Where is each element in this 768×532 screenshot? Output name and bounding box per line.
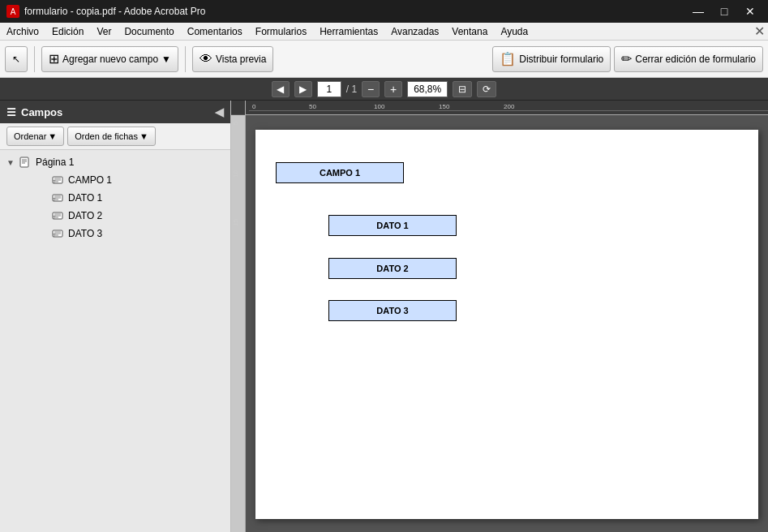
- rotate-button[interactable]: ⟳: [477, 81, 496, 97]
- pointer-icon: ↖: [12, 54, 20, 65]
- page-number-input[interactable]: [317, 81, 341, 97]
- zoom-out-button[interactable]: −: [362, 81, 380, 97]
- main-content: ☰ Campos ◀ Ordenar ▼ Orden de fichas ▼ ▼…: [0, 101, 768, 532]
- close-edit-button[interactable]: ✏ Cerrar edición de formulario: [614, 46, 763, 72]
- tree-page1[interactable]: ▼ Página 1: [0, 153, 230, 171]
- field-icon-0: T: [50, 174, 65, 187]
- sidebar: ☰ Campos ◀ Ordenar ▼ Orden de fichas ▼ ▼…: [0, 101, 231, 532]
- vertical-ruler: 5 10 15: [231, 101, 246, 532]
- sort-button[interactable]: Ordenar ▼: [6, 127, 64, 146]
- app-icon: A: [6, 5, 19, 18]
- campo1-label: CAMPO 1: [320, 168, 360, 178]
- minimize-button[interactable]: —: [687, 0, 710, 23]
- pdf-page: CAMPO 1 DATO 1 DATO 2 DATO 3: [255, 130, 758, 519]
- field-label-2: DATO 2: [68, 210, 102, 221]
- dato3-field[interactable]: DATO 3: [328, 300, 457, 321]
- toolbar-separator-2: [185, 46, 186, 72]
- close-button[interactable]: ✕: [739, 0, 762, 23]
- menu-item-documento[interactable]: Documento: [118, 24, 180, 39]
- title-bar: A formulario - copia.pdf - Adobe Acrobat…: [0, 0, 768, 23]
- field-label-3: DATO 3: [68, 228, 102, 239]
- field-icon-1: T: [50, 191, 65, 204]
- doc-viewport[interactable]: CAMPO 1 DATO 1 DATO 2 DATO 3: [246, 115, 768, 532]
- tree-field-dato-3[interactable]: T DATO 3: [0, 225, 230, 242]
- preview-icon: 👁: [200, 52, 212, 66]
- menu-item-comentarios[interactable]: Comentarios: [181, 24, 249, 39]
- dato1-field[interactable]: DATO 1: [328, 215, 457, 236]
- close-edit-label: Cerrar edición de formulario: [635, 54, 756, 65]
- menu-bar: ArchivoEdiciónVerDocumentoComentariosFor…: [0, 23, 768, 41]
- menu-item-edición[interactable]: Edición: [45, 24, 90, 39]
- svg-text:T: T: [53, 233, 56, 238]
- add-field-label: Agregar nuevo campo: [62, 54, 158, 65]
- pointer-tool-button[interactable]: ↖: [5, 46, 28, 72]
- menu-item-ver[interactable]: Ver: [90, 24, 118, 39]
- sidebar-collapse-button[interactable]: ◀: [215, 105, 224, 118]
- toolbar: ↖ ⊞ Agregar nuevo campo ▼ 👁 Vista previa…: [0, 41, 768, 78]
- page-icon: [18, 156, 32, 169]
- sidebar-icon: ☰: [6, 106, 16, 118]
- tab-order-button[interactable]: Orden de fichas ▼: [67, 127, 156, 146]
- svg-text:T: T: [53, 197, 56, 202]
- page-total: / 1: [346, 84, 357, 95]
- v-ruler-label-10: 10: [232, 170, 239, 178]
- menu-item-ayuda[interactable]: Ayuda: [494, 24, 534, 39]
- tree-field-dato-1[interactable]: T DATO 1: [0, 189, 230, 207]
- maximize-button[interactable]: □: [713, 0, 736, 23]
- zoom-input[interactable]: [407, 81, 448, 97]
- tab-order-label: Orden de fichas: [75, 131, 138, 141]
- menu-item-formularios[interactable]: Formularios: [249, 24, 313, 39]
- preview-button[interactable]: 👁 Vista previa: [192, 46, 273, 72]
- menu-item-ventana[interactable]: Ventana: [445, 24, 494, 39]
- preview-label: Vista previa: [216, 54, 266, 65]
- v-ruler-label-5: 5: [232, 122, 239, 125]
- campo1-field[interactable]: CAMPO 1: [276, 162, 404, 183]
- next-page-button[interactable]: ▶: [294, 81, 312, 97]
- sidebar-tree: ▼ Página 1 T CAMPO 1: [0, 150, 230, 532]
- h-ruler-label-0: 0: [252, 103, 255, 110]
- tree-field-campo-1[interactable]: T CAMPO 1: [0, 171, 230, 189]
- svg-text:T: T: [53, 215, 56, 220]
- v-ruler-label-15: 15: [232, 219, 239, 226]
- distribute-icon: 📋: [500, 51, 516, 66]
- field-label-0: CAMPO 1: [68, 174, 112, 186]
- sidebar-title: Campos: [21, 106, 215, 118]
- tab-order-dropdown-icon: ▼: [139, 131, 148, 141]
- menu-item-avanzadas[interactable]: Avanzadas: [384, 24, 445, 39]
- toolbar-right: 📋 Distribuir formulario ✏ Cerrar edición…: [492, 46, 763, 72]
- menu-item-archivo[interactable]: Archivo: [0, 24, 45, 39]
- svg-rect-0: [20, 157, 28, 167]
- sidebar-toolbar: Ordenar ▼ Orden de fichas ▼: [0, 123, 230, 150]
- dato1-label: DATO 1: [376, 221, 408, 230]
- menu-item-herramientas[interactable]: Herramientas: [313, 24, 384, 39]
- field-icon-2: T: [50, 209, 65, 222]
- page1-label: Página 1: [36, 157, 74, 168]
- dato3-label: DATO 3: [376, 306, 408, 315]
- distribute-form-button[interactable]: 📋 Distribuir formulario: [492, 46, 611, 72]
- svg-text:T: T: [53, 179, 56, 184]
- nav-bar: ◀ ▶ / 1 − + ⊟ ⟳: [0, 78, 768, 101]
- distribute-label: Distribuir formulario: [519, 54, 603, 65]
- h-ruler-label-150: 150: [439, 103, 449, 110]
- tree-field-dato-2[interactable]: T DATO 2: [0, 207, 230, 225]
- dropdown-icon: ▼: [161, 54, 171, 65]
- field-label-1: DATO 1: [68, 192, 102, 204]
- sort-label: Ordenar: [14, 131, 46, 141]
- field-icon-3: T: [50, 227, 65, 240]
- add-field-button[interactable]: ⊞ Agregar nuevo campo ▼: [41, 46, 178, 72]
- fit-page-button[interactable]: ⊟: [453, 81, 472, 97]
- toolbar-separator-1: [34, 46, 35, 72]
- prev-page-button[interactable]: ◀: [272, 81, 290, 97]
- dato2-field[interactable]: DATO 2: [328, 258, 457, 279]
- expand-icon: ▼: [6, 158, 18, 167]
- window-title: formulario - copia.pdf - Adobe Acrobat P…: [24, 6, 687, 17]
- zoom-in-button[interactable]: +: [384, 81, 402, 97]
- close-edit-icon: ✏: [621, 51, 632, 66]
- menu-close-icon[interactable]: ✕: [754, 24, 768, 39]
- dato2-label: DATO 2: [376, 264, 408, 273]
- sidebar-header: ☰ Campos ◀: [0, 101, 230, 123]
- add-field-icon: ⊞: [49, 51, 59, 66]
- h-ruler-label-100: 100: [374, 103, 384, 110]
- window-controls: — □ ✕: [687, 0, 762, 23]
- horizontal-ruler: 0 50 100 150 200: [246, 101, 768, 115]
